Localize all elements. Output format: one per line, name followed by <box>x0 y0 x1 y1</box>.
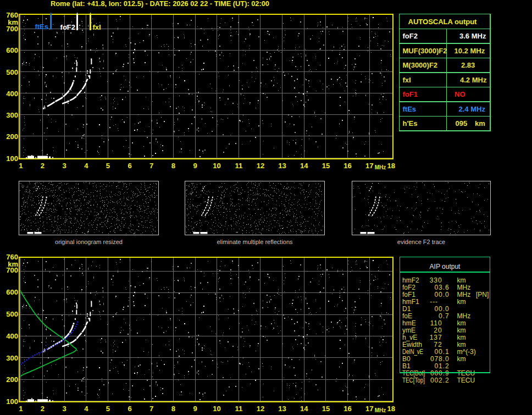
svg-text:15: 15 <box>322 162 330 170</box>
svg-text:11: 11 <box>235 405 242 413</box>
svg-text:---: --- <box>430 298 438 306</box>
svg-text:13: 13 <box>278 405 286 413</box>
svg-text:9: 9 <box>193 162 197 170</box>
svg-text:1: 1 <box>19 405 23 413</box>
svg-text:m^(-3): m^(-3) <box>457 348 476 356</box>
svg-text:200: 200 <box>6 375 18 384</box>
svg-text:km: km <box>457 327 466 334</box>
svg-text:km: km <box>457 319 466 327</box>
svg-text:fxI: fxI <box>403 76 411 84</box>
svg-text:600: 600 <box>6 46 18 54</box>
svg-text:18: 18 <box>387 405 395 413</box>
svg-text:[PN]: [PN] <box>476 291 489 298</box>
svg-text:01.2: 01.2 <box>435 362 450 370</box>
svg-text:13: 13 <box>278 162 286 170</box>
svg-text:MHz: MHz <box>375 407 386 413</box>
svg-text:foF1: foF1 <box>403 90 418 98</box>
svg-text:6: 6 <box>128 405 131 413</box>
svg-text:h'Es: h'Es <box>403 119 418 128</box>
svg-text:TEC[Top]: TEC[Top] <box>402 377 425 384</box>
svg-text:500: 500 <box>6 310 18 318</box>
svg-text:095: 095 <box>456 119 468 128</box>
svg-text:1: 1 <box>19 162 23 170</box>
svg-text:MUF(3000)F2: MUF(3000)F2 <box>403 47 447 55</box>
svg-text:14: 14 <box>300 405 308 413</box>
svg-text:72: 72 <box>434 341 442 348</box>
svg-text:300: 300 <box>6 111 18 119</box>
svg-text:ymE: ymE <box>402 327 415 334</box>
svg-text:2.4 MHz: 2.4 MHz <box>459 105 486 113</box>
svg-text:330: 330 <box>430 276 442 284</box>
svg-text:600: 600 <box>6 288 18 296</box>
svg-text:TEC[Bot]: TEC[Bot] <box>402 369 425 377</box>
svg-text:5: 5 <box>106 162 110 170</box>
svg-text:DelN_vE: DelN_vE <box>402 348 423 356</box>
svg-text:400: 400 <box>6 332 18 340</box>
svg-text:2.83: 2.83 <box>461 61 475 69</box>
svg-text:12: 12 <box>257 405 264 413</box>
svg-text:foE: foE <box>402 312 412 320</box>
svg-text:500: 500 <box>6 68 18 76</box>
svg-text:000.9: 000.9 <box>430 369 450 377</box>
svg-text:Rome (lat: +41.8, lon: 012.5): Rome (lat: +41.8, lon: 012.5) - DATE: 20… <box>51 0 269 8</box>
svg-text:15: 15 <box>322 405 330 413</box>
svg-text:10.2 MHz: 10.2 MHz <box>455 47 485 55</box>
svg-text:6: 6 <box>128 162 131 170</box>
svg-text:km: km <box>475 119 485 128</box>
svg-text:B0: B0 <box>402 355 411 363</box>
svg-text:10: 10 <box>213 162 220 170</box>
svg-text:7: 7 <box>149 405 153 413</box>
svg-text:foF2: foF2 <box>402 284 415 291</box>
svg-text:4: 4 <box>84 162 88 170</box>
svg-text:2: 2 <box>41 162 45 170</box>
svg-text:hmE: hmE <box>402 319 416 327</box>
svg-text:7: 7 <box>149 162 153 170</box>
svg-text:078.0: 078.0 <box>430 355 450 363</box>
svg-text:hmF2: hmF2 <box>402 276 419 284</box>
svg-text:TECU: TECU <box>457 369 475 377</box>
svg-text:17: 17 <box>365 405 373 413</box>
svg-text:700: 700 <box>6 25 18 33</box>
svg-text:km: km <box>457 355 466 363</box>
svg-text:10: 10 <box>213 405 220 413</box>
svg-text:MHz: MHz <box>457 291 471 298</box>
svg-text:17: 17 <box>365 162 373 170</box>
svg-text:8: 8 <box>171 162 175 170</box>
svg-text:00.1: 00.1 <box>435 348 450 356</box>
svg-text:eliminate multiple reflections: eliminate multiple reflections <box>217 239 293 245</box>
svg-text:evidence F2 trace: evidence F2 trace <box>397 239 445 245</box>
svg-text:MHz: MHz <box>375 164 386 170</box>
svg-text:200: 200 <box>6 132 18 141</box>
svg-text:110: 110 <box>430 319 442 327</box>
svg-text:MHz: MHz <box>457 312 471 320</box>
svg-text:4.2 MHz: 4.2 MHz <box>460 76 487 84</box>
svg-text:4: 4 <box>84 405 88 413</box>
svg-text:002.2: 002.2 <box>430 377 450 384</box>
svg-text:original ionogram resized: original ionogram resized <box>55 239 123 245</box>
svg-text:16: 16 <box>343 405 351 413</box>
svg-text:TECU: TECU <box>457 377 475 384</box>
svg-text:AIP output: AIP output <box>430 263 461 270</box>
svg-text:20: 20 <box>434 327 442 334</box>
svg-text:M(3000)F2: M(3000)F2 <box>403 61 438 69</box>
svg-text:00.0: 00.0 <box>435 305 450 313</box>
svg-text:km: km <box>457 341 466 348</box>
svg-text:9: 9 <box>193 405 197 413</box>
svg-text:2: 2 <box>41 405 45 413</box>
svg-text:0.7: 0.7 <box>439 312 449 320</box>
svg-text:h_vE: h_vE <box>402 334 417 341</box>
svg-text:foF1: foF1 <box>402 291 415 298</box>
svg-text:3: 3 <box>62 162 66 170</box>
svg-text:100: 100 <box>6 397 18 406</box>
svg-text:km: km <box>457 276 466 284</box>
svg-text:8: 8 <box>171 405 175 413</box>
svg-text:16: 16 <box>343 162 351 170</box>
svg-text:12: 12 <box>257 162 264 170</box>
svg-text:ftEs: ftEs <box>403 105 417 113</box>
svg-text:hmF1: hmF1 <box>402 298 419 306</box>
svg-text:foF2: foF2 <box>60 23 75 31</box>
svg-text:NO: NO <box>455 90 465 98</box>
svg-text:3.6 MHz: 3.6 MHz <box>459 32 486 40</box>
svg-text:3: 3 <box>62 405 66 413</box>
svg-text:D1: D1 <box>402 305 411 313</box>
